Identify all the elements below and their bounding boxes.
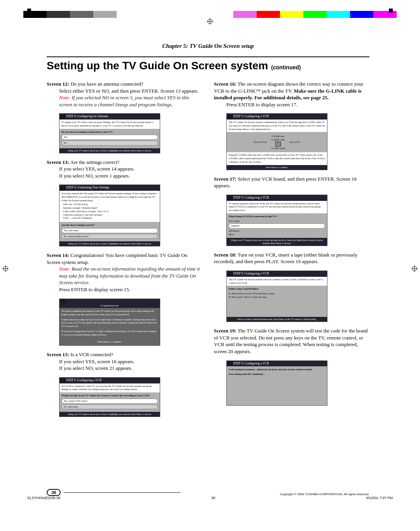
step-label: Screen 15: — [47, 352, 69, 357]
screenshot-thumbnail: STEP 5: Configuring a VCR Code testing i… — [226, 360, 327, 406]
chapter-title: Chapter 5: TV Guide On Screen setup — [47, 43, 369, 49]
print-footer: 51,57HX94(E)036-39 38 9/12/04, 7:07 PM — [27, 496, 393, 500]
screenshot-thumbnail: Congratulations! You have completed the … — [59, 299, 160, 346]
step-label: Screen 13: — [47, 159, 69, 165]
divider — [47, 56, 369, 57]
step-label: Screen 18: — [214, 252, 236, 258]
tv-icon — [61, 300, 65, 303]
step-label: Screen 12: — [47, 81, 69, 87]
tv-icon — [228, 362, 232, 365]
right-column: Screen 16: The on-screen diagram shows t… — [214, 81, 369, 422]
page-title: Setting up the TV Guide On Screen system… — [47, 60, 369, 72]
page-number: 38 — [47, 489, 180, 496]
tv-icon — [61, 186, 65, 190]
corner-mark-icon — [27, 9, 31, 12]
registration-mark-icon — [411, 266, 418, 272]
screenshot-thumbnail: STEP 5: Configuring a VCR To operate pro… — [226, 195, 327, 246]
tv-icon — [228, 272, 232, 275]
tv-icon — [228, 196, 232, 199]
screenshot-thumbnail: STEP 4: Confirming Your Settings You hav… — [59, 185, 160, 246]
tv-icon — [61, 115, 65, 118]
screenshot-thumbnail: STEP 5: Configuring a VCR If a VCR is co… — [59, 377, 160, 417]
step-label: Screen 19: — [214, 328, 236, 334]
corner-mark-icon — [389, 9, 393, 12]
page-content: Chapter 5: TV Guide On Screen setup Sett… — [47, 43, 369, 484]
step-label: Screen 16: — [214, 81, 236, 87]
step-label: Screen 14: — [47, 252, 69, 258]
vcr-icon: ▭ — [275, 142, 281, 146]
screenshot-thumbnail: STEP 5: Configuring a VCR The TV Guide O… — [226, 113, 327, 170]
tv-icon — [61, 379, 65, 382]
tv-icon — [228, 115, 232, 118]
color-calibration-bar — [0, 11, 420, 18]
screenshot-thumbnail: STEP 3: Configuring for Antenna To suppl… — [59, 113, 160, 153]
registration-mark-icon — [2, 266, 9, 272]
registration-mark-icon — [207, 18, 213, 25]
screenshot-thumbnail: STEP 5: Configuring a VCR The TV Guide O… — [226, 271, 327, 322]
left-column: Screen 12: Do you have an antenna connec… — [47, 81, 202, 422]
copyright-text: Copyright © 2004 TOSHIBA CORPORATION. Al… — [280, 492, 369, 496]
step-label: Screen 17: — [214, 176, 236, 182]
